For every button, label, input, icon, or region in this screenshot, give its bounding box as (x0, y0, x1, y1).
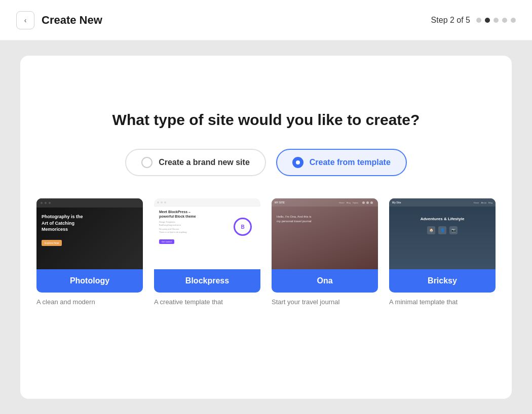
bricksy-icon-2: 👤 (438, 226, 446, 234)
step-dot-4 (502, 18, 507, 23)
step-dot-2 (485, 18, 490, 23)
radio-from-template (292, 157, 303, 168)
main-container: What type of site would you like to crea… (0, 40, 532, 414)
ona-preview: MY SITE Home Blog Topics (272, 198, 378, 269)
main-question: What type of site would you like to crea… (51, 111, 481, 129)
template-blockpress[interactable]: Meet BlockPress –powerful Block theme De… (154, 198, 260, 307)
brand-new-label: Create a brand new site (159, 158, 250, 167)
step-dot-1 (476, 18, 481, 23)
back-button[interactable]: ‹ (16, 11, 34, 29)
header-left: ‹ Create New (16, 11, 102, 29)
radio-brand-new (141, 157, 153, 168)
step-dots (476, 18, 516, 23)
ona-label: Ona (272, 269, 378, 293)
content-card: What type of site would you like to crea… (20, 56, 512, 399)
chevron-left-icon: ‹ (24, 16, 27, 24)
blockpress-desc: A creative template that (154, 298, 260, 307)
blockpress-label: Blockpress (154, 269, 260, 293)
template-bricksy[interactable]: My Site Home About Blog Adventures & Lif… (389, 198, 496, 307)
from-template-label: Create from template (310, 158, 391, 167)
header: ‹ Create New Step 2 of 5 (0, 0, 532, 40)
template-photology[interactable]: Photography is theArt of CatchingMemoric… (36, 198, 143, 307)
bricksy-desc: A minimal template that (389, 298, 496, 307)
template-ona[interactable]: MY SITE Home Blog Topics (272, 198, 378, 307)
bricksy-preview: My Site Home About Blog Adventures & Lif… (389, 198, 496, 269)
photology-desc: A clean and modern (36, 298, 143, 307)
bricksy-icon-3: 📷 (449, 226, 458, 234)
header-right: Step 2 of 5 (431, 16, 516, 25)
blockpress-preview: Meet BlockPress –powerful Block theme De… (154, 198, 260, 269)
bricksy-label: Bricksy (389, 269, 496, 293)
photology-label: Photology (36, 269, 143, 293)
options-row: Create a brand new site Create from temp… (51, 149, 481, 176)
photology-preview: Photography is theArt of CatchingMemoric… (36, 198, 143, 269)
step-label: Step 2 of 5 (431, 16, 470, 25)
bricksy-icon-1: 🏠 (427, 226, 435, 234)
page-title: Create New (42, 14, 102, 27)
create-from-template-button[interactable]: Create from template (276, 149, 407, 176)
create-brand-new-button[interactable]: Create a brand new site (125, 149, 266, 176)
step-dot-5 (511, 18, 516, 23)
templates-row: Photography is theArt of CatchingMemoric… (51, 198, 481, 307)
step-dot-3 (493, 18, 499, 23)
ona-desc: Start your travel journal (272, 298, 378, 307)
